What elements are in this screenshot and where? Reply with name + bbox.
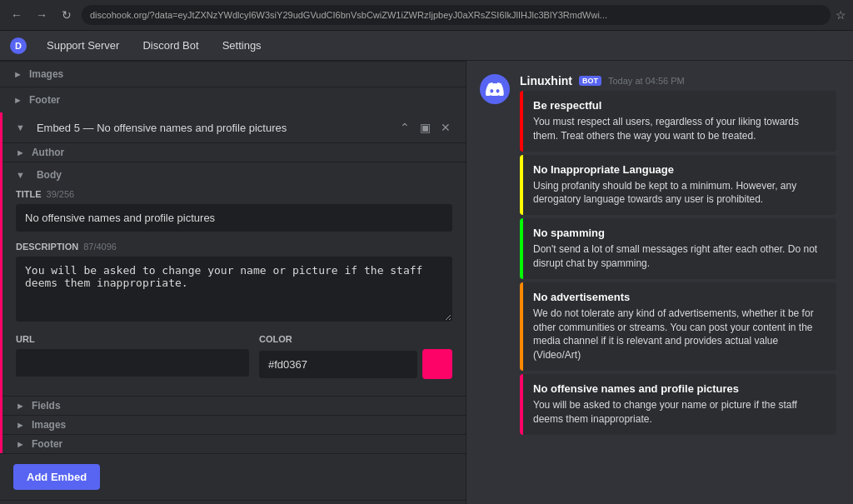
reload-button[interactable]: ↻: [57, 5, 77, 25]
title-input[interactable]: [16, 204, 452, 232]
embed-card-1: Be respectfulYou must respect all users,…: [520, 91, 836, 152]
footer-section-collapsed[interactable]: ► Footer: [0, 87, 466, 112]
add-embed-button[interactable]: Add Embed: [13, 464, 100, 490]
editor-panel: ► Images ► Footer ▼ Embed 5 — No offensi…: [0, 61, 466, 504]
url-color-row: URL Color: [16, 334, 452, 389]
embed-card-title-1: Be respectful: [533, 99, 826, 112]
nav-settings[interactable]: Settings: [219, 37, 265, 53]
bot-name: Linuxhint: [520, 74, 572, 87]
embed-card-desc-2: Using profanity should be kept to a mini…: [533, 179, 826, 207]
title-field-label: Title 39/256: [16, 189, 452, 199]
embed-card-title-2: No Inappropriate Language: [533, 163, 826, 176]
url-input[interactable]: [16, 349, 249, 377]
embed-5-container: ▼ Embed 5 — No offensive names and profi…: [0, 112, 466, 453]
nav-discord-bot[interactable]: Discord Bot: [139, 37, 202, 53]
images-section-collapsed[interactable]: ► Images: [0, 61, 466, 87]
images-label-2: Images: [32, 419, 66, 431]
embed-card-desc-3: Don't send a lot of small messages right…: [533, 242, 826, 271]
description-field-group: Description 87/4096: [16, 242, 452, 324]
author-label: Author: [32, 147, 64, 158]
preview-panel: Linuxhint BOT Today at 04:56 PM Be respe…: [466, 61, 853, 504]
color-field-group: Color: [259, 334, 452, 379]
app-logo: D: [10, 37, 27, 54]
footer-label-2: Footer: [32, 438, 62, 450]
collapse-embed-button[interactable]: ⌃: [398, 119, 412, 136]
chevron-down-icon: ▼: [16, 122, 25, 132]
embed-cards-container: Be respectfulYou must respect all users,…: [520, 91, 840, 435]
body-label[interactable]: ▼ Body: [16, 169, 452, 181]
color-text-input[interactable]: [259, 351, 417, 378]
description-textarea[interactable]: [16, 257, 452, 322]
embed-card-5: No offensive names and profile picturesY…: [520, 374, 836, 435]
main-layout: ► Images ► Footer ▼ Embed 5 — No offensi…: [0, 61, 853, 504]
color-input-wrapper: [259, 349, 452, 379]
browser-chrome: ← → ↻ discohook.org/?data=eyJtZXNzYWdlcy…: [0, 0, 853, 31]
message-content: Linuxhint BOT Today at 04:56 PM Be respe…: [520, 74, 840, 438]
embed-actions: ⌃ ▣ ✕: [398, 119, 452, 136]
chevron-down-body-icon: ▼: [16, 170, 25, 180]
browser-toolbar: ← → ↻ discohook.org/?data=eyJtZXNzYWdlcy…: [0, 0, 853, 30]
bot-badge: BOT: [579, 76, 601, 86]
address-bar[interactable]: discohook.org/?data=eyJtZXNzYWdlcyI6W3si…: [82, 5, 831, 25]
url-field-group: URL: [16, 334, 249, 377]
embed-card-desc-5: You will be asked to change your name or…: [533, 398, 826, 427]
chevron-right-icon: ►: [13, 69, 22, 79]
chevron-right-icon-5: ►: [16, 420, 25, 430]
embed-5-title: Embed 5 — No offensive names and profile…: [37, 122, 287, 134]
embed-card-title-5: No offensive names and profile pictures: [533, 382, 826, 395]
embed-card-title-4: No advertisements: [533, 291, 826, 303]
chevron-right-icon-3: ►: [16, 147, 25, 157]
embed-card-desc-1: You must respect all users, regardless o…: [533, 115, 826, 143]
chevron-right-icon-2: ►: [13, 95, 22, 105]
chevron-right-icon-4: ►: [16, 401, 25, 411]
delete-embed-button[interactable]: ✕: [439, 119, 452, 136]
color-label: Color: [259, 334, 452, 344]
bottom-section: Add Embed: [0, 453, 466, 500]
images-section-collapsed-2[interactable]: ► Images: [2, 415, 466, 434]
embed-card-4: No advertisementsWe do not tolerate any …: [520, 282, 836, 371]
body-section: ▼ Body Title 39/256 Description 87/4096: [2, 162, 466, 396]
message-timestamp: Today at 04:56 PM: [608, 76, 685, 86]
embed-card-title-3: No spamming: [533, 227, 826, 239]
avatar: [480, 74, 510, 104]
description-field-label: Description 87/4096: [16, 242, 452, 252]
app-nav: D Support Server Discord Bot Settings: [0, 31, 853, 61]
discord-message: Linuxhint BOT Today at 04:56 PM Be respe…: [480, 74, 840, 438]
forward-button[interactable]: →: [32, 5, 52, 25]
bookmark-icon[interactable]: ☆: [836, 8, 846, 22]
chevron-right-icon-6: ►: [16, 439, 25, 449]
author-section-collapsed[interactable]: ► Author: [2, 142, 466, 162]
embed-card-3: No spammingDon't send a lot of small mes…: [520, 218, 836, 279]
description-counter: 87/4096: [83, 242, 117, 252]
url-label: URL: [16, 334, 249, 344]
back-button[interactable]: ←: [7, 5, 27, 25]
message-link-section: Message Link: [0, 500, 466, 504]
embed-card-2: No Inappropriate LanguageUsing profanity…: [520, 155, 836, 216]
color-swatch-button[interactable]: [422, 349, 452, 379]
title-counter: 39/256: [47, 189, 75, 199]
embed-header-left: ▼ Embed 5 — No offensive names and profi…: [16, 122, 287, 134]
footer-section-collapsed-2[interactable]: ► Footer: [2, 434, 466, 453]
footer-label: Footer: [29, 94, 60, 106]
fields-section-collapsed[interactable]: ► Fields: [2, 396, 466, 415]
fields-label: Fields: [32, 400, 61, 412]
duplicate-embed-button[interactable]: ▣: [418, 119, 432, 136]
message-header: Linuxhint BOT Today at 04:56 PM: [520, 74, 840, 87]
images-label: Images: [29, 68, 63, 80]
nav-support-server[interactable]: Support Server: [43, 37, 122, 53]
title-field-group: Title 39/256: [16, 189, 452, 232]
embed-5-header[interactable]: ▼ Embed 5 — No offensive names and profi…: [2, 112, 466, 142]
embed-card-desc-4: We do not tolerate any kind of advertise…: [533, 307, 826, 362]
